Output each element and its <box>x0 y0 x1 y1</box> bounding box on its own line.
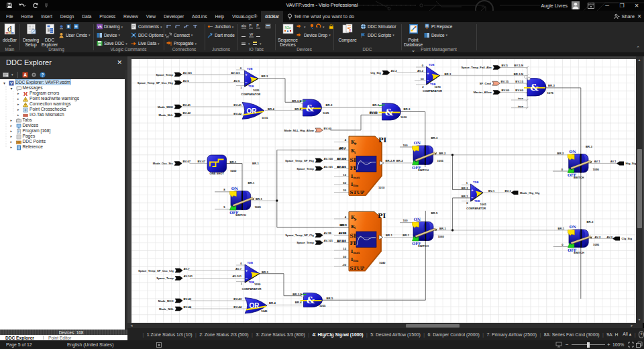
page-tab-6-damper-control-2000[interactable]: 6: Damper Control (2000) <box>428 332 480 337</box>
tree-collapse-icon[interactable]: ▸ <box>17 102 19 106</box>
share-button[interactable]: Share <box>614 11 635 22</box>
page-tab-4-htg-clg-signal-1000[interactable]: 4: Htg/Clg Signal (1000) <box>313 332 364 337</box>
and-gate-1055[interactable]: &1055 <box>301 293 326 307</box>
zoom-in-button[interactable]: + <box>607 342 610 348</box>
tree-expand-icon[interactable]: ▾ <box>11 86 13 91</box>
button-conn[interactable] <box>166 23 172 30</box>
button-propagate[interactable]: Propagate▾ <box>166 40 197 46</box>
horizontal-scrollbar[interactable]: ◄► <box>127 323 636 328</box>
or-gate-1045[interactable]: OR1045 <box>245 298 268 313</box>
hscroll-thumb[interactable] <box>406 324 460 328</box>
button-livedata[interactable]: Live Data▾ <box>131 40 160 46</box>
panel-tab-point-editor[interactable]: Point Editor <box>48 336 71 340</box>
tree-item-reference[interactable]: ▸Reference <box>0 145 125 150</box>
ribbon-tab-file[interactable]: File <box>2 11 17 22</box>
tree-item-program-168[interactable]: ▸Program [168] <box>0 129 125 134</box>
tree-collapse-icon[interactable]: ▸ <box>17 97 19 101</box>
button-tb[interactable] <box>58 23 64 30</box>
maximize-button[interactable]: ❐ <box>614 0 629 11</box>
button-ioyellow[interactable]: ▾ <box>252 40 262 46</box>
button-saveddc[interactable]: Save DDC▾ <box>97 40 127 46</box>
tree-collapse-icon[interactable]: ▸ <box>11 134 13 138</box>
button-ioabc[interactable]: abc <box>241 23 247 30</box>
button-devarrow[interactable]: ▾ <box>297 23 306 30</box>
page-tab-5-desired-airflow-1500[interactable]: 5: Desired Airflow (1500) <box>370 332 420 337</box>
status-page-number[interactable]: Page 5 of 12 <box>6 342 32 347</box>
ribbon-tab-ddcbar[interactable]: ddcBar <box>261 11 283 22</box>
switch-1005[interactable]: 85ONOFFSWITCH1005 <box>215 187 261 217</box>
help-icon[interactable]: ? <box>40 72 46 78</box>
button-dartmode[interactable]: Dart mode <box>207 32 235 38</box>
scroll-left-icon[interactable]: ◄ <box>129 323 134 328</box>
tree-item-messages[interactable]: ▾Messages <box>0 86 125 91</box>
tree-item-pages[interactable]: ▸Pages <box>0 134 125 140</box>
input-tag-master_allow[interactable]: Master_AllowBV-60 <box>474 89 510 94</box>
drawing-canvas[interactable]: Space_TempAV-101Space_Temp_SP_Occ_HtgAV-… <box>127 56 644 323</box>
ribbon-tab-help[interactable]: Help <box>211 11 228 22</box>
tree-item-ddc-points[interactable]: ▸DDC Points <box>0 140 125 145</box>
wire[interactable] <box>546 88 581 299</box>
switch-1060[interactable]: 100ONOFFSWITCH1060 <box>400 217 444 248</box>
button-ptreplace[interactable]: Pt Replace <box>424 23 452 30</box>
fit-page-icon[interactable] <box>628 342 634 348</box>
button-iop[interactable]: P <box>256 23 262 30</box>
button-tb[interactable] <box>66 23 72 30</box>
close-button[interactable]: ✕ <box>629 0 644 11</box>
button-devicedrop[interactable]: Device Drop▾ <box>297 32 331 38</box>
collapse-ribbon-icon[interactable]: ⌃ <box>636 46 640 51</box>
input-tag-clg_sig[interactable]: Clg_SigAV-2 <box>370 69 397 74</box>
panel-close-icon[interactable]: ✕ <box>117 59 122 66</box>
tree-collapse-icon[interactable]: ▸ <box>11 145 13 149</box>
ribbon-tab-insert[interactable]: Insert <box>37 11 56 22</box>
button-ddc-explorer[interactable]: DDCExplorer <box>40 23 59 48</box>
presentation-view-icon[interactable] <box>555 342 562 348</box>
ribbon-tab-process[interactable]: Process <box>95 11 119 22</box>
vscroll-thumb[interactable] <box>637 149 642 228</box>
input-tag-space_temp_sp_occ_clg[interactable]: Space_Temp_SP_Occ_ClgAV-7 <box>138 267 190 272</box>
one-shot-1000[interactable]: ONE SHOT1000 <box>207 155 237 175</box>
tell-me-box[interactable]: Tell me what you want to do <box>287 13 354 20</box>
ribbon-tab-data[interactable]: Data <box>78 11 95 22</box>
button-iop[interactable]: P <box>248 23 254 30</box>
page-tab-7-primary-airflow-2500[interactable]: 7: Primary Airflow (2500) <box>486 332 536 337</box>
input-tag-sf_cmd[interactable]: SF_CmdBV-15 <box>480 80 509 85</box>
report-icon[interactable] <box>3 72 9 78</box>
button-conn[interactable] <box>184 23 190 30</box>
zoom-slider-thumb[interactable] <box>587 342 590 348</box>
dropdown-arrow-icon[interactable]: ▾ <box>11 72 13 77</box>
button-compare[interactable]: !Compare <box>338 23 357 42</box>
tree-collapse-icon[interactable]: ▸ <box>11 129 13 133</box>
button-ddcsimulator[interactable]: DDC Simulator <box>360 23 396 30</box>
user-avatar[interactable] <box>572 1 580 9</box>
button-conn[interactable] <box>175 23 181 30</box>
switch-1005[interactable]: 100ONOFFSWITCH1005 <box>400 141 443 171</box>
ribbon-tab-home[interactable]: Home <box>17 11 38 22</box>
button-devundo[interactable]: ▾ <box>315 23 325 30</box>
button-ddcoptions[interactable]: DDC Options▾ <box>131 32 166 38</box>
button-usercmds[interactable]: User Cmds▾ <box>58 32 90 38</box>
panel-tab-ddc-explorer[interactable]: DDC Explorer <box>5 336 34 340</box>
page-tab-1-zone-status-1-3-10[interactable]: 1:Zone Status 1/3 (10) <box>147 332 193 337</box>
button-iou[interactable] <box>241 32 247 38</box>
tree-item-devices[interactable]: ▸Devices <box>0 123 125 129</box>
output-tag-mode_htg_clg[interactable]: Mode_Htg_Clg <box>511 191 540 195</box>
button-iou[interactable] <box>256 32 262 38</box>
button-connect[interactable]: Connect▾ <box>166 32 193 38</box>
appA-icon[interactable]: A <box>22 72 28 78</box>
tree-item-i-o-tab-mismatch[interactable]: ▸I/O-Tab Mismatch <box>0 113 125 118</box>
scroll-up-icon[interactable]: ▲ <box>636 57 643 62</box>
ribbon-tab-developer[interactable]: Developer <box>160 11 188 22</box>
input-tag-space_temp_sp_htg[interactable]: Space_Temp_SP_HtgAV-100 <box>285 157 333 162</box>
input-tag-space_temp_fail_alm[interactable]: Space_Temp_Fail_AlmBV-5 <box>461 64 508 69</box>
input-tag-space_temp_sp_clg[interactable]: Space_Temp_SP_ClgAV-99 <box>285 232 331 237</box>
button-ddcbar-[interactable]: dddcBar⌄ <box>2 23 17 48</box>
wire[interactable] <box>258 79 302 103</box>
tree-collapse-icon[interactable]: ▸ <box>17 107 19 111</box>
user-name[interactable]: Augie Livres <box>541 3 568 9</box>
drawing-page[interactable]: Space_TempAV-101Space_Temp_SP_Occ_HtgAV-… <box>131 59 636 323</box>
tree-item-tabs[interactable]: ▸Tabs <box>0 118 125 123</box>
vertical-scrollbar[interactable]: ▲▼ <box>636 56 643 323</box>
button-ddcscripts[interactable]: DDC Scripts▾ <box>360 32 394 38</box>
tree-collapse-icon[interactable]: ▸ <box>11 123 13 128</box>
button-device[interactable]: Device▾ <box>97 32 120 38</box>
